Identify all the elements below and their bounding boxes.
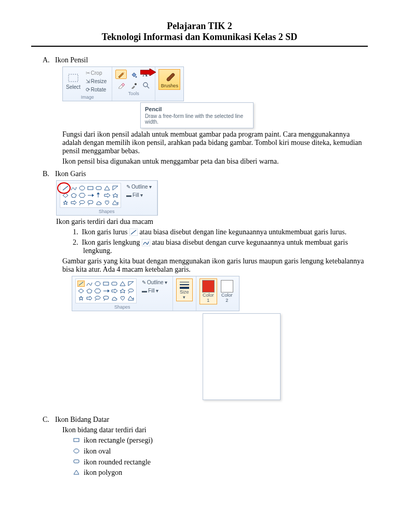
svg-rect-0 [69, 74, 78, 82]
section-c-rrect: ikon rounded rectangle [73, 458, 368, 467]
curve-icon [142, 239, 150, 246]
svg-marker-37 [112, 289, 117, 293]
section-b-item2: 2. Ikon garis lengkung atau biasa disebu… [73, 238, 368, 255]
paint-ribbon-a: Select ✂ Crop ⇲ Resize ⟳ Rotate Image [62, 66, 184, 101]
svg-marker-30 [120, 282, 125, 286]
svg-marker-20 [63, 201, 68, 205]
svg-point-41 [95, 296, 100, 299]
svg-marker-17 [97, 192, 100, 194]
svg-marker-18 [104, 193, 110, 197]
svg-line-26 [79, 282, 84, 286]
svg-point-27 [95, 282, 100, 286]
svg-marker-40 [79, 296, 83, 300]
section-c-intro: Ikon bidang datar terdiri dari [62, 426, 368, 434]
magnifier-icon[interactable] [140, 81, 152, 90]
svg-marker-15 [92, 194, 94, 197]
svg-point-1 [136, 76, 137, 78]
svg-marker-38 [120, 289, 125, 293]
section-c-rect: ikon rectangle (persegi) [73, 436, 368, 445]
svg-point-6 [79, 186, 85, 190]
polygon-icon [73, 469, 80, 475]
rectangle-icon [73, 437, 80, 443]
paint-ribbon-shapes-1: ✎ Outline ▾ ▬ Fill ▾ Shapes [56, 180, 158, 216]
svg-rect-7 [88, 187, 93, 190]
page-title: Pelajaran TIK 2 [31, 21, 368, 32]
resize-button[interactable]: ⇲ Resize [84, 77, 109, 85]
color2-button[interactable]: Color 2 [218, 278, 236, 304]
svg-point-3 [143, 83, 148, 87]
page-subtitle: Teknologi Informasi dan Komunikasi Kelas… [31, 32, 368, 43]
horizontal-rule [31, 46, 368, 47]
text-icon[interactable]: A [140, 69, 149, 79]
svg-point-21 [79, 201, 85, 204]
size-button[interactable]: Size ▾ [176, 278, 193, 301]
section-heading-b: B.Ikon Garis [43, 170, 368, 178]
section-b-intro: Ikon garis terdiri dari dua macam [56, 218, 368, 226]
fill-button-2[interactable]: ▬ Fill ▾ [140, 287, 161, 295]
svg-marker-13 [79, 193, 85, 197]
crop-button[interactable]: ✂ Crop [84, 69, 104, 77]
svg-marker-36 [108, 289, 110, 292]
section-a-para1: Fungsi dari ikon pensil adalah untuk mem… [62, 130, 368, 155]
svg-point-47 [74, 449, 79, 453]
svg-point-39 [128, 289, 134, 292]
section-c-poly: ikon polygon [73, 469, 368, 477]
outline-button-2[interactable]: ✎ Outline ▾ [140, 278, 169, 286]
picker-icon[interactable] [128, 81, 139, 90]
select-button[interactable]: Select [66, 84, 81, 90]
paint-ribbon-shapes-2: ✎ Outline ▾ ▬ Fill ▾ Shapes Size ▾ Color… [72, 276, 240, 311]
fill-button[interactable]: ▬ Fill ▾ [124, 191, 145, 199]
svg-marker-34 [95, 289, 101, 293]
svg-line-5 [63, 186, 68, 190]
rounded-rectangle-icon [73, 458, 80, 464]
section-b-para: Gambar garis yang kita buat dengan mengg… [62, 257, 368, 274]
pencil-icon[interactable] [115, 70, 127, 79]
rotate-button[interactable]: ⟳ Rotate [84, 86, 108, 94]
svg-marker-33 [87, 289, 92, 293]
svg-rect-42 [103, 296, 109, 299]
svg-marker-11 [63, 193, 68, 197]
svg-marker-9 [104, 186, 110, 190]
svg-marker-12 [71, 193, 76, 197]
color1-button[interactable]: Color 1 [200, 278, 217, 304]
oval-icon [73, 448, 80, 454]
svg-rect-29 [112, 282, 117, 285]
fill-icon[interactable] [128, 70, 139, 79]
section-c-oval: ikon oval [73, 447, 368, 456]
svg-line-4 [147, 86, 149, 88]
svg-rect-22 [88, 201, 93, 204]
pencil-tooltip: Pencil Draw a free-form line with the se… [140, 102, 254, 128]
svg-marker-31 [128, 282, 134, 286]
svg-marker-10 [113, 186, 118, 190]
section-a-para2: Ikon pensil bisa digunakan untuk menggam… [62, 157, 368, 166]
thickness-menu[interactable] [203, 313, 281, 400]
section-heading-c: C.Ikon Bidang Datar [43, 416, 368, 424]
section-b-item1: 1. Ikon garis lurus atau biasa disebut d… [73, 228, 368, 236]
section-heading-a: A.Ikon Pensil [43, 56, 368, 64]
outline-button[interactable]: ✎ Outline ▾ [124, 183, 154, 191]
svg-rect-48 [74, 460, 79, 463]
svg-marker-49 [74, 470, 79, 474]
svg-rect-8 [96, 187, 101, 190]
shapes-gallery[interactable] [60, 183, 121, 208]
line-icon [129, 229, 138, 236]
svg-rect-46 [74, 438, 79, 442]
svg-point-2 [135, 83, 137, 85]
svg-rect-28 [103, 282, 109, 285]
brushes-button[interactable]: Brushes [158, 69, 180, 90]
svg-marker-19 [113, 193, 118, 197]
eraser-icon[interactable] [115, 81, 127, 90]
shapes-gallery-2[interactable] [75, 278, 137, 303]
svg-marker-32 [78, 289, 84, 293]
